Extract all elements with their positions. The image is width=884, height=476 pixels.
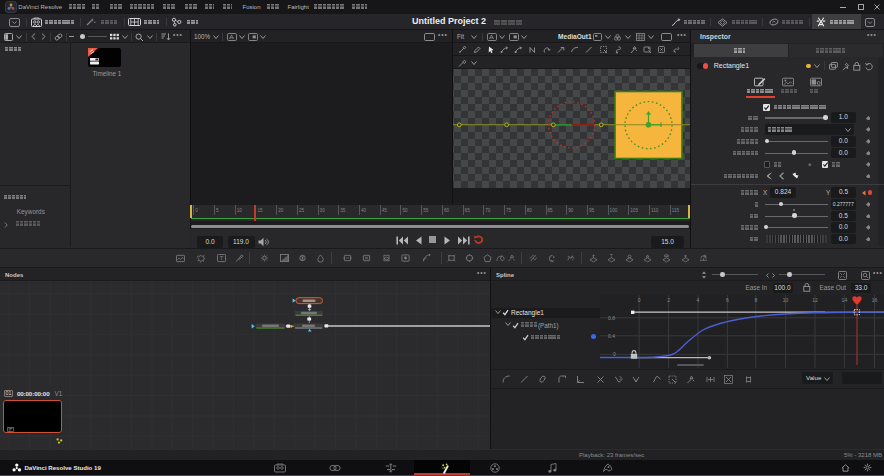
svg-text:6: 6 bbox=[726, 297, 729, 303]
svg-text:10: 10 bbox=[783, 297, 789, 303]
svg-text:4: 4 bbox=[697, 297, 700, 303]
svg-text:16: 16 bbox=[872, 297, 878, 303]
svg-text:T: T bbox=[219, 255, 223, 261]
svg-text:T: T bbox=[610, 254, 613, 259]
svg-text:12: 12 bbox=[812, 297, 818, 303]
svg-text:14: 14 bbox=[842, 297, 848, 303]
svg-text:8: 8 bbox=[754, 297, 757, 303]
svg-text:0: 0 bbox=[638, 297, 641, 303]
svg-text:0.4: 0.4 bbox=[608, 333, 615, 339]
svg-text:0.8: 0.8 bbox=[608, 315, 615, 321]
svg-text:2: 2 bbox=[667, 297, 670, 303]
svg-text:0: 0 bbox=[613, 351, 616, 357]
